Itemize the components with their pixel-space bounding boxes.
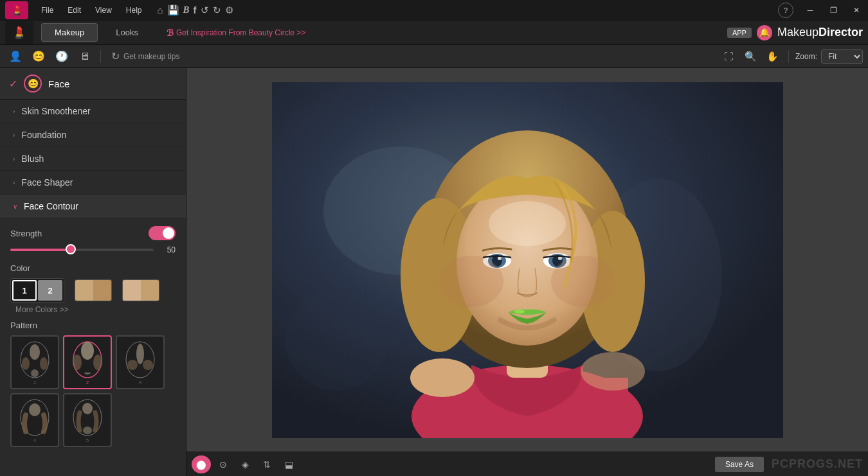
pattern-item-1[interactable]: 1	[10, 335, 59, 389]
color-label: Color	[10, 263, 176, 273]
sidebar-item-face-contour[interactable]: ∨ Face Contour	[0, 195, 186, 218]
pattern-item-3[interactable]: 3	[116, 335, 165, 389]
tab-makeup[interactable]: Makeup	[41, 23, 98, 42]
svg-point-46	[439, 256, 503, 307]
app-store-button[interactable]: APP	[727, 28, 752, 38]
script-icon[interactable]: B	[183, 4, 190, 15]
brand-name: MakeupDirector	[777, 26, 863, 39]
svg-text:2: 2	[86, 380, 89, 385]
undo-icon[interactable]: ↺	[201, 4, 209, 16]
color-pair-1[interactable]	[75, 279, 112, 301]
hand-tool-icon[interactable]: ✋	[764, 48, 782, 66]
sidebar-item-label: Foundation	[21, 130, 66, 140]
face-label: Face	[48, 78, 69, 89]
svg-point-9	[93, 355, 102, 370]
sidebar-item-label: Face Contour	[24, 201, 78, 211]
chevron-down-icon: ∨	[13, 203, 17, 210]
menu-edit[interactable]: Edit	[61, 3, 87, 17]
main-area: ✓ 😊 Face › Skin Smoothener › Foundation …	[0, 68, 868, 476]
check-icon: ✓	[9, 78, 17, 90]
svg-point-30	[581, 352, 645, 391]
sidebar: ✓ 😊 Face › Skin Smoothener › Foundation …	[0, 68, 186, 476]
beauty-circle-link[interactable]: ℬ Get Inspiration From Beauty Circle >>	[167, 28, 305, 38]
sidebar-item-foundation[interactable]: › Foundation	[0, 123, 186, 147]
strength-slider[interactable]	[10, 249, 154, 251]
menu-help[interactable]: Help	[120, 3, 149, 17]
save-as-button[interactable]: Save As	[715, 457, 764, 472]
pattern-item-2[interactable]: 2	[63, 335, 112, 389]
photo-container[interactable]	[186, 68, 868, 452]
svg-point-45	[514, 310, 525, 313]
slider-value: 50	[160, 245, 176, 254]
home-icon[interactable]: ⌂	[158, 4, 163, 15]
menu-file[interactable]: File	[35, 3, 60, 17]
menu-bar: 💄 File Edit View Help ⌂ 💾 B f ↺ ↻ ⚙	[0, 1, 778, 19]
color-pair-2[interactable]	[122, 279, 159, 301]
adjust-button[interactable]: ◈	[235, 455, 255, 473]
chevron-right-icon: ›	[13, 108, 15, 115]
svg-point-1	[30, 344, 40, 360]
settings-icon[interactable]: ⚙	[225, 4, 233, 16]
color-swatch-2[interactable]: 2	[38, 280, 62, 301]
restore-button[interactable]: ❐	[822, 0, 845, 21]
notification-icon[interactable]: 🔔	[757, 25, 772, 40]
sidebar-item-label: Blush	[21, 154, 44, 164]
color-swatch-box: 1 2	[10, 278, 64, 303]
svg-point-47	[551, 256, 615, 307]
toolbar-separator-1	[100, 50, 101, 63]
menu-view[interactable]: View	[89, 3, 118, 17]
sidebar-item-face-shaper[interactable]: › Face Shaper	[0, 171, 186, 195]
svg-point-17	[29, 403, 41, 416]
zoom-label: Zoom:	[795, 52, 817, 61]
makeup-tips-button[interactable]: ↻ Get makeup tips	[106, 48, 185, 65]
svg-point-36	[489, 201, 566, 246]
color-swatch-1[interactable]: 1	[12, 280, 37, 301]
svg-point-13	[127, 360, 138, 370]
search-icon[interactable]: 🔍	[742, 48, 760, 66]
sidebar-item-label: Skin Smoothener	[21, 106, 90, 116]
minimize-button[interactable]: ─	[799, 0, 822, 21]
svg-point-4	[31, 369, 39, 377]
tab-looks[interactable]: Looks	[103, 24, 151, 41]
svg-point-2	[22, 357, 30, 370]
help-button[interactable]: ?	[778, 3, 793, 18]
svg-text:3: 3	[139, 380, 142, 385]
chevron-right-icon: ›	[13, 179, 15, 186]
pattern-item-4[interactable]: 4	[10, 393, 59, 447]
monitor-tool[interactable]: 🖥	[75, 48, 95, 66]
save-icon[interactable]: 💾	[167, 4, 179, 16]
face-icon: 😊	[24, 75, 42, 93]
person-tool[interactable]: 👤	[5, 48, 26, 66]
tips-icon: ↻	[111, 50, 120, 62]
svg-point-21	[83, 427, 92, 434]
history-tool[interactable]: 🕐	[51, 48, 72, 66]
layer-button[interactable]: ⬓	[279, 455, 298, 473]
face-section-header: ✓ 😊 Face	[0, 68, 186, 100]
circle-tool-button[interactable]: ⬤	[192, 455, 211, 473]
sidebar-item-blush[interactable]: › Blush	[0, 147, 186, 171]
face-tool[interactable]: 😊	[28, 48, 49, 66]
svg-point-3	[40, 357, 48, 370]
portrait-svg	[272, 82, 783, 438]
strength-toggle[interactable]	[149, 226, 176, 240]
pattern-item-5[interactable]: 5	[63, 393, 112, 447]
watermark-text: PCPROGS.NET	[772, 457, 863, 471]
dual-circle-button[interactable]: ⊙	[213, 455, 233, 473]
zoom-select[interactable]: Fit 50% 100% 200%	[821, 49, 863, 64]
svg-point-20	[82, 403, 93, 414]
fullscreen-icon[interactable]: ⛶	[720, 48, 738, 66]
sidebar-item-skin-smoothener[interactable]: › Skin Smoothener	[0, 100, 186, 123]
close-button[interactable]: ✕	[845, 0, 868, 21]
fb-icon[interactable]: f	[194, 4, 197, 15]
bottom-toolbar: ⬤ ⊙ ◈ ⇅ ⬓ Save As PCPROGS.NET	[186, 452, 868, 476]
redo-icon[interactable]: ↻	[213, 4, 221, 16]
more-colors-link[interactable]: More Colors >>	[15, 305, 176, 314]
app-icon: 💄	[5, 1, 28, 19]
align-button[interactable]: ⇅	[257, 455, 276, 473]
strength-slider-row: 50	[10, 245, 176, 254]
app-right-area: APP 🔔 MakeupDirector	[727, 25, 863, 40]
svg-point-8	[73, 355, 82, 370]
svg-text:5: 5	[86, 437, 89, 443]
svg-point-26	[285, 288, 388, 391]
portrait-photo	[272, 82, 783, 438]
